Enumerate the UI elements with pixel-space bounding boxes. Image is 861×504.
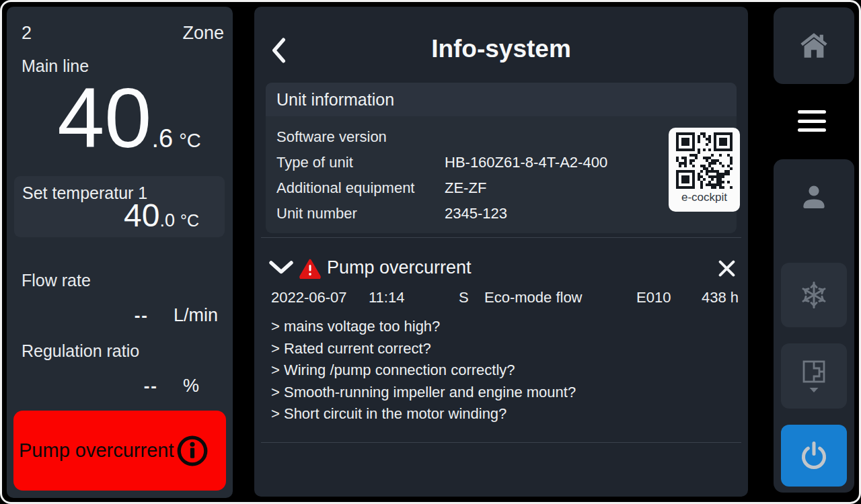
menu-button[interactable] [774, 85, 850, 157]
zone-label: Zone [182, 23, 224, 44]
temp-integer: 40 [57, 79, 151, 157]
troubleshooting-item: > Wiring /pump connection correctly? [271, 360, 735, 382]
user-button[interactable] [774, 163, 854, 230]
home-icon [798, 30, 829, 61]
alarm-date: 2022-06-07 [271, 289, 369, 306]
info-system-panel: Info-system Unit information Software ve… [254, 7, 748, 497]
alarm-banner-label: Pump overcurrent [19, 439, 174, 462]
e-cockpit-qr-card[interactable]: e-cockpit [669, 128, 740, 212]
regulation-ratio-value: -- % [22, 376, 218, 396]
alarm-time: 11:14 [369, 289, 459, 306]
troubleshooting-item: > mains voltage too high? [271, 316, 735, 338]
sidebar-active-item [774, 85, 850, 157]
alarm-header-row: Pump overcurrent [254, 253, 748, 286]
collapse-alarm-button[interactable] [266, 258, 296, 279]
close-icon [718, 259, 736, 278]
troubleshooting-item: > Rated current correct? [271, 338, 735, 360]
main-line-temperature: 40 .6 °C [7, 79, 233, 157]
zone-select-icon [798, 358, 830, 394]
snowflake-icon [798, 279, 830, 311]
chevron-down-icon [269, 261, 293, 274]
flow-rate-value: -- L/min [22, 305, 218, 326]
unit-info-row: Type of unit HB-160Z61-8-4T-A2-400 [276, 150, 728, 175]
troubleshooting-item: > Short circuit in the motor winding? [271, 403, 735, 425]
menu-icon [798, 110, 826, 114]
unit-information-rows: Software version Type of unit HB-160Z61-… [276, 124, 728, 226]
power-icon [799, 441, 829, 470]
close-alarm-button[interactable] [715, 257, 739, 282]
regulation-ratio-unit: % [183, 376, 199, 396]
power-button[interactable] [781, 425, 847, 487]
unit-information-header: Unit information [266, 83, 737, 116]
warning-icon [299, 258, 322, 279]
alarm-banner-button[interactable]: Pump overcurrent [13, 411, 226, 491]
troubleshooting-item: > Smooth-running impeller and engine mou… [271, 382, 735, 404]
alarm-hours: 438 h [675, 289, 739, 306]
alarm-title: Pump overcurrent [327, 257, 472, 278]
set-temperature-card[interactable]: Set temperatur 1 40 .0 °C [14, 176, 225, 237]
temp-decimal: .6 [151, 124, 173, 153]
page-title: Info-system [254, 35, 748, 63]
troubleshooting-list: > mains voltage too high? > Rated curren… [271, 316, 735, 425]
alarm-message: Eco-mode flow [484, 289, 636, 306]
info-icon [176, 434, 209, 468]
user-icon [799, 182, 829, 212]
unit-information-card: Unit information Software version Type o… [266, 83, 737, 233]
cooling-button[interactable] [781, 263, 847, 327]
unit-info-row: Software version [276, 124, 728, 150]
divider [261, 442, 741, 443]
sidebar-bottom-section [774, 159, 854, 493]
unit-info-row: Additional equipment ZE-ZF [276, 175, 728, 201]
qr-label: e-cockpit [681, 191, 727, 204]
alarm-code: E010 [636, 289, 675, 306]
zone-header: 2 Zone [22, 23, 224, 44]
temp-unit: °C [179, 130, 201, 152]
zone-select-button[interactable] [781, 343, 847, 409]
home-button[interactable] [774, 7, 854, 84]
alarm-detail-row: 2022-06-07 11:14 S Eco-mode flow E010 43… [271, 289, 739, 306]
set-temperature-value: 40 .0 °C [124, 200, 199, 232]
zone-status-panel: 2 Zone Main line 40 .6 °C Set temperatur… [7, 7, 233, 498]
divider [261, 237, 741, 238]
flow-rate-unit: L/min [174, 305, 218, 326]
qr-code [676, 132, 733, 189]
flow-rate-label: Flow rate [22, 271, 91, 290]
alarm-flag: S [459, 289, 484, 306]
regulation-ratio-label: Regulation ratio [22, 341, 139, 361]
unit-info-row: Unit number 2345-123 [276, 201, 728, 226]
zone-number: 2 [22, 23, 32, 44]
sidebar-top-section [774, 7, 854, 84]
